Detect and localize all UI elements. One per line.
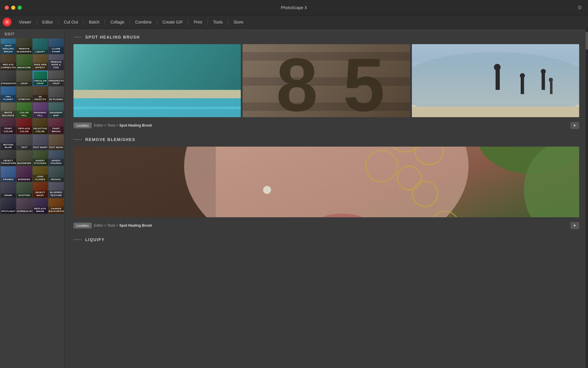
tool-gradient-map[interactable]: GRADIENT MAP xyxy=(49,102,64,118)
svg-text:5: 5 xyxy=(343,44,385,117)
tool-surrealistic[interactable]: SURREALISTIC xyxy=(16,198,32,214)
tool-spotlight[interactable]: SPOTLIGHT xyxy=(1,198,16,214)
svg-marker-47 xyxy=(574,224,576,227)
play-button-1[interactable] xyxy=(570,122,579,129)
svg-rect-11 xyxy=(74,90,241,98)
tool-mosaic-label: MOSAIC xyxy=(49,178,64,182)
tool-spotlight-label: SPOTLIGHT xyxy=(1,209,16,214)
tool-insert-figures[interactable]: INSERT FIGURES xyxy=(49,150,64,166)
maximize-button[interactable] xyxy=(18,6,22,10)
menu-cutout[interactable]: Cut Out xyxy=(60,18,82,26)
tool-straighten[interactable]: STRAIGHTEN xyxy=(1,71,16,86)
tool-circular-crop[interactable]: CIRCULAR CROP xyxy=(33,71,48,86)
tool-spot-healing[interactable]: SPOT HEALING BRUSH xyxy=(1,39,16,54)
menu-store[interactable]: Store xyxy=(229,18,247,26)
tool-crop[interactable]: CROP xyxy=(16,71,32,86)
tool-selective-color-label: SELECTIVE COLOR xyxy=(33,127,48,134)
tool-remove-blemishes[interactable]: REMOVE BLEMISHES xyxy=(16,39,32,54)
svg-point-36 xyxy=(263,186,271,194)
preview-images-remove-blemishes xyxy=(74,147,579,217)
tool-white-balance[interactable]: WHITE BALANCE xyxy=(1,102,16,118)
svg-marker-32 xyxy=(574,124,576,127)
tool-insert-stickers[interactable]: INSERT STICKERS xyxy=(33,150,48,166)
menu-bar: Viewer Editor Cut Out Batch Collage Comb… xyxy=(0,15,588,29)
tool-remove-haze[interactable]: REMOVE HAZE & FOG xyxy=(49,54,64,70)
menu-sep-6 xyxy=(157,19,157,25)
tool-white-balance-label: WHITE BALANCE xyxy=(1,111,16,118)
tool-color-fill[interactable]: COLOR FILL xyxy=(16,102,32,118)
tool-replace-image[interactable]: REPLACE IMAGE xyxy=(33,198,48,214)
tool-spot-healing-label: SPOT HEALING BRUSH xyxy=(1,44,16,54)
menu-sep-3 xyxy=(83,19,83,25)
window-controls xyxy=(5,6,22,10)
tool-gradient-fill[interactable]: GRADIENT FILL xyxy=(33,102,48,118)
gear-icon[interactable]: ⚙ xyxy=(577,4,582,11)
right-panel: SPOT HEALING BRUSH xyxy=(65,29,588,368)
tool-motion-blur[interactable]: MOTION BLUR xyxy=(1,135,16,150)
preview-img-face xyxy=(74,147,579,217)
tool-object-transform[interactable]: OBJECT TRANSFORM xyxy=(1,150,16,166)
tool-3d-objects[interactable]: 3D OBJECTS xyxy=(33,87,48,102)
tool-liquify[interactable]: LIQUIFY xyxy=(33,39,48,54)
menu-batch[interactable]: Batch xyxy=(85,18,103,26)
tool-perspective-crop[interactable]: PERSPECTIVE CROP xyxy=(49,71,64,86)
menu-sep-2 xyxy=(58,19,59,25)
tool-3d-planes[interactable]: 3D PLANES xyxy=(49,87,64,102)
menu-editor[interactable]: Editor xyxy=(38,18,57,26)
main-layout: EDIT SPOT HEALING BRUSH REMOVE BLEMISHES… xyxy=(0,29,588,368)
tool-blurred-texture[interactable]: BLURRED TEXTURE xyxy=(49,182,64,198)
tool-red-eye[interactable]: RED EYE CORRECTION xyxy=(1,54,16,70)
tool-draw[interactable]: DRAW xyxy=(1,182,16,198)
svg-rect-28 xyxy=(542,73,545,90)
tool-magnifier[interactable]: MAGNIFIER xyxy=(16,150,32,166)
svg-point-25 xyxy=(494,64,501,71)
tool-frames[interactable]: FRAMES xyxy=(1,166,16,182)
minimize-button[interactable] xyxy=(11,6,15,10)
left-panel: EDIT SPOT HEALING BRUSH REMOVE BLEMISHES… xyxy=(0,29,65,368)
menu-tools[interactable]: Tools xyxy=(209,18,227,26)
tool-circular-crop-label: CIRCULAR CROP xyxy=(33,79,48,86)
tool-object-mask[interactable]: OBJECT MASK xyxy=(33,182,48,198)
menu-sep-5 xyxy=(130,19,130,25)
tool-object-mask-label: OBJECT MASK xyxy=(33,190,48,198)
tool-fake-hdr[interactable]: FAKE HDR EFFECT xyxy=(33,54,48,70)
play-button-2[interactable] xyxy=(570,222,579,229)
tool-clone-stamp[interactable]: CLONE STAMP xyxy=(49,39,64,54)
tool-3d-planes-label: 3D PLANES xyxy=(49,97,64,102)
menu-creategif[interactable]: Create GIF xyxy=(158,18,187,26)
tool-borders[interactable]: BORDERS xyxy=(16,166,32,182)
tool-point-color[interactable]: POINT COLOR xyxy=(1,118,16,134)
svg-point-31 xyxy=(549,78,553,82)
menu-combine[interactable]: Combine xyxy=(131,18,156,26)
section-header-spot-healing: SPOT HEALING BRUSH xyxy=(74,35,579,39)
svg-rect-24 xyxy=(495,69,500,90)
tool-draw-label: DRAW xyxy=(1,193,16,198)
tool-text-warp[interactable]: TEXT WARP xyxy=(33,135,48,150)
tool-stretch[interactable]: STRETCH xyxy=(16,87,32,102)
tool-gradient-fill-label: GRADIENT FILL xyxy=(33,111,48,118)
close-button[interactable] xyxy=(5,6,9,10)
tool-tiny-planet[interactable]: TINY PLANET xyxy=(1,87,16,102)
location-tag-2[interactable]: Location xyxy=(74,223,92,228)
tool-selective-color[interactable]: SELECTIVE COLOR xyxy=(33,118,48,134)
tool-text[interactable]: TEXT xyxy=(16,135,32,150)
tool-object-transform-label: OBJECT TRANSFORM xyxy=(1,159,16,166)
tool-text-mask[interactable]: TEXT MASK xyxy=(49,135,64,150)
right-scrollbar xyxy=(586,29,588,368)
tool-miniature[interactable]: MINIATURE xyxy=(16,54,32,70)
menu-print[interactable]: Print xyxy=(190,18,206,26)
tool-lens-flares[interactable]: LENS FLARES xyxy=(33,166,48,182)
menu-collage[interactable]: Collage xyxy=(106,18,128,26)
tool-crop-label: CROP xyxy=(16,82,32,86)
tool-replace-color[interactable]: REPLACE COLOR xyxy=(16,118,32,134)
tool-mosaic[interactable]: MOSAIC xyxy=(49,166,64,182)
tool-color-fill-label: COLOR FILL xyxy=(16,111,32,118)
tool-change-background[interactable]: CHANGE BACKGROUND xyxy=(49,198,64,214)
svg-rect-30 xyxy=(550,82,552,94)
location-tag-1[interactable]: Location xyxy=(74,122,92,128)
tool-paint-brush[interactable]: PAINT BRUSH xyxy=(49,118,64,134)
tool-scatter[interactable]: SCATTER xyxy=(16,182,32,198)
tool-text-warp-label: TEXT WARP xyxy=(33,145,48,150)
menu-viewer[interactable]: Viewer xyxy=(15,18,36,26)
menu-sep-9 xyxy=(228,19,228,25)
